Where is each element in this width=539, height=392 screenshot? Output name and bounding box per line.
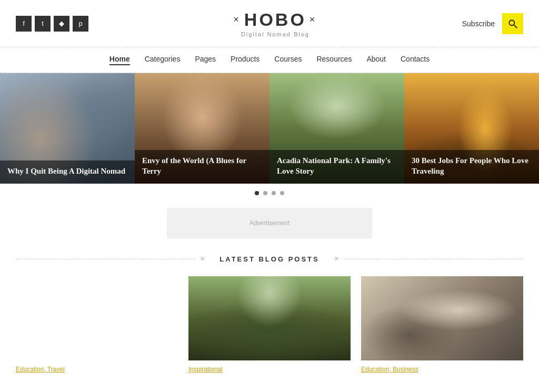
slide-4[interactable]: 30 Best Jobs For People Who Love Traveli…: [404, 73, 539, 184]
logo-title: × HOBO ×: [233, 9, 317, 30]
hero-slider: Why I Quit Being A Digital Nomad Envy of…: [0, 73, 539, 184]
slide-1-overlay: Why I Quit Being A Digital Nomad: [0, 160, 135, 184]
nav-resources[interactable]: Resources: [316, 55, 352, 65]
slide-1-title: Why I Quit Being A Digital Nomad: [7, 166, 127, 176]
slide-1[interactable]: Why I Quit Being A Digital Nomad: [0, 73, 135, 184]
blog-card-2-tag1[interactable]: Inspirational: [188, 366, 223, 373]
slide-3-title: Acadia National Park: A Family's Love St…: [277, 155, 397, 177]
logo-x-left: ×: [233, 14, 241, 25]
slider-dot-3[interactable]: [272, 191, 276, 195]
search-button[interactable]: [502, 13, 523, 34]
ad-label: Advertisement: [249, 219, 290, 227]
logo: × HOBO × Digital Nomad Blog: [233, 9, 317, 37]
instagram-icon[interactable]: ◆: [54, 16, 69, 32]
twitter-icon[interactable]: t: [35, 16, 51, 32]
ad-banner: Advertisement: [167, 208, 372, 238]
heading-x-left: ×: [195, 254, 210, 264]
nav-home[interactable]: Home: [109, 55, 130, 65]
slide-3-overlay: Acadia National Park: A Family's Love St…: [270, 150, 404, 184]
header-right: Subscribe: [462, 13, 523, 34]
blog-card-2[interactable]: Inspirational: [188, 276, 351, 373]
pinterest-icon[interactable]: p: [73, 16, 88, 32]
blog-card-1-tags: Education, Travel: [16, 366, 178, 373]
svg-line-1: [514, 25, 517, 28]
blog-card-1-image: [16, 276, 178, 360]
blog-posts-grid: Education, Travel Inspirational Educatio…: [0, 276, 539, 389]
svg-point-0: [509, 20, 514, 25]
logo-wordmark[interactable]: HOBO: [244, 9, 306, 30]
nav-products[interactable]: Products: [231, 55, 259, 65]
social-icons: f t ◆ p: [16, 16, 88, 32]
search-icon: [507, 18, 518, 29]
blog-card-3-tags: Education, Business: [361, 366, 523, 373]
facebook-icon[interactable]: f: [16, 16, 32, 32]
slide-4-overlay: 30 Best Jobs For People Who Love Traveli…: [404, 150, 539, 184]
slider-dot-1[interactable]: [255, 191, 259, 195]
slide-4-title: 30 Best Jobs For People Who Love Traveli…: [412, 155, 532, 177]
blog-card-3-image: [361, 276, 523, 360]
nav-about[interactable]: About: [366, 55, 386, 65]
subscribe-link[interactable]: Subscribe: [462, 19, 495, 28]
blog-card-1-tag1[interactable]: Education: [16, 366, 44, 373]
logo-subtitle: Digital Nomad Blog: [233, 31, 317, 37]
blog-card-3-tag1[interactable]: Education: [361, 366, 389, 373]
blog-card-2-image: [188, 276, 351, 360]
heading-line-left: [16, 259, 195, 259]
slide-2-overlay: Envy of the World (A Blues for Terry: [135, 150, 270, 184]
slide-3[interactable]: Acadia National Park: A Family's Love St…: [270, 73, 404, 184]
slider-dot-4[interactable]: [280, 191, 284, 195]
blog-card-3[interactable]: Education, Business: [361, 276, 523, 373]
blog-card-1-tag2[interactable]: Travel: [47, 366, 65, 373]
nav-categories[interactable]: Categories: [145, 55, 181, 65]
blog-card-3-tag2[interactable]: Business: [393, 366, 418, 373]
slide-2-title: Envy of the World (A Blues for Terry: [142, 155, 262, 177]
slide-2[interactable]: Envy of the World (A Blues for Terry: [135, 73, 270, 184]
nav-pages[interactable]: Pages: [195, 55, 216, 65]
section-title: LATEST BLOG POSTS: [210, 255, 328, 263]
logo-x-right: ×: [310, 14, 317, 25]
heading-line-right: [344, 259, 523, 259]
nav-courses[interactable]: Courses: [274, 55, 302, 65]
main-nav: Home Categories Pages Products Courses R…: [0, 47, 539, 73]
blog-card-2-tags: Inspirational: [188, 366, 351, 373]
section-heading: × LATEST BLOG POSTS ×: [16, 254, 523, 264]
slider-dot-2[interactable]: [263, 191, 267, 195]
slider-dots: [0, 184, 539, 203]
blog-card-1[interactable]: Education, Travel: [16, 276, 178, 373]
header: f t ◆ p × HOBO × Digital Nomad Blog Subs…: [0, 0, 539, 47]
heading-x-right: ×: [329, 254, 344, 264]
nav-contacts[interactable]: Contacts: [401, 55, 430, 65]
